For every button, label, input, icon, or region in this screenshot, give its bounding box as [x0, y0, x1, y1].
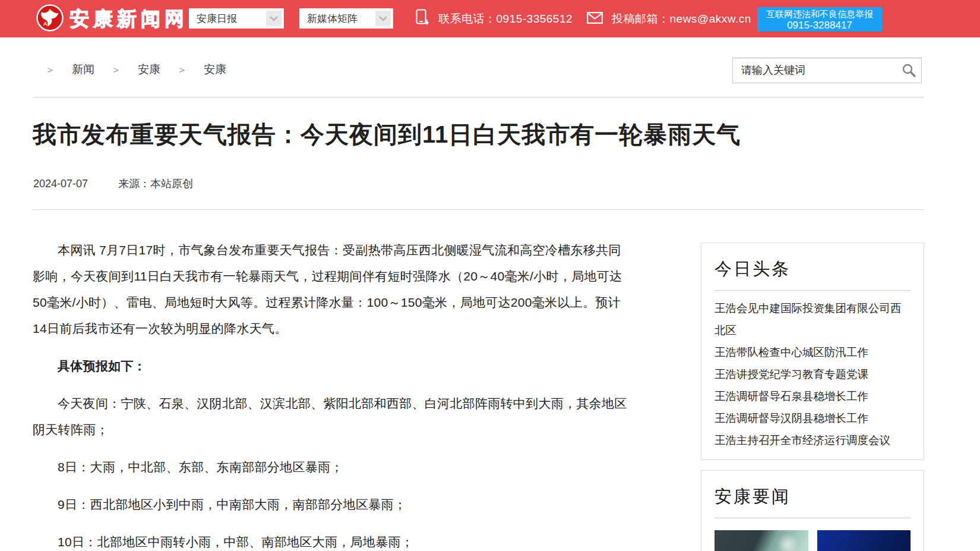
article-source: 来源：本站原创	[118, 178, 193, 190]
article-date: 2024-07-07	[33, 178, 88, 190]
paragraph-forecast-heading: 具体预报如下：	[33, 353, 631, 379]
divider	[33, 209, 924, 210]
report-line2: 0915-3288417	[787, 20, 852, 31]
paragraph-day10: 10日：北部地区中雨转小雨，中部、南部地区大雨，局地暴雨；	[33, 529, 631, 551]
email-label: 投稿邮箱：news@akxw.cn	[612, 11, 751, 27]
report-line1: 互联网违法和不良信息举报	[766, 8, 873, 20]
headline-link[interactable]: 王浩讲授党纪学习教育专题党课	[715, 369, 868, 380]
topbar: A 安康新闻网 安康日报 新媒体矩阵	[0, 0, 980, 37]
headline-link[interactable]: 王浩会见中建国际投资集团有限公司西北区	[715, 303, 902, 336]
list-item: 王浩讲授党纪学习教育专题党课	[715, 364, 911, 386]
select-new-media-matrix-value: 新媒体矩阵	[307, 12, 358, 26]
select-new-media-matrix[interactable]: 新媒体矩阵	[299, 8, 393, 29]
select-ankang-daily[interactable]: 安康日报	[189, 8, 284, 29]
ankang-news-title: 安康要闻	[715, 485, 911, 509]
article-title: 我市发布重要天气报告：今天夜间到11日白天我市有一轮暴雨天气	[33, 119, 876, 150]
report-button[interactable]: 互联网违法和不良信息举报 0915-3288417	[757, 7, 882, 32]
breadcrumb-separator: ＞	[111, 63, 121, 77]
headline-link[interactable]: 王浩调研督导石泉县稳增长工作	[715, 391, 868, 402]
headline-link[interactable]: 王浩主持召开全市经济运行调度会议	[715, 434, 890, 446]
list-item: 王浩带队检查中心城区防汛工作	[715, 342, 911, 364]
contact-phone: 联系电话：0915-3356512	[416, 0, 573, 37]
search-box	[732, 58, 922, 83]
breadcrumb-item-news[interactable]: 新闻	[72, 62, 94, 77]
list-item: 王浩主持召开全市经济运行调度会议	[715, 430, 911, 452]
divider	[715, 518, 911, 518]
paragraph-intro: 本网讯 7月7日17时，市气象台发布重要天气报告：受副热带高压西北侧暖湿气流和高…	[33, 237, 631, 342]
phone-icon	[416, 9, 429, 29]
today-headlines-title: 今日头条	[715, 257, 911, 281]
headline-link[interactable]: 王浩调研督导汉阴县稳增长工作	[715, 413, 868, 424]
mail-icon	[587, 12, 603, 26]
divider	[715, 290, 911, 291]
divider	[33, 97, 924, 97]
page: A 安康新闻网 安康日报 新媒体矩阵	[0, 0, 980, 551]
headline-link[interactable]: 王浩带队检查中心城区防汛工作	[715, 347, 868, 358]
ankang-news-thumbnails: 要闻	[715, 530, 911, 551]
bird-logo-icon: A	[36, 4, 64, 34]
breadcrumb-item-ankang-2[interactable]: 安康	[204, 62, 226, 77]
today-headlines-panel: 今日头条 王浩会见中建国际投资集团有限公司西北区 王浩带队检查中心城区防汛工作 …	[701, 243, 924, 460]
list-item: 王浩会见中建国际投资集团有限公司西北区	[715, 298, 911, 342]
phone-label: 联系电话：0915-3356512	[438, 11, 573, 27]
breadcrumb-separator: ＞	[45, 63, 55, 77]
logo-text: 安康新闻网	[69, 6, 188, 33]
site-logo[interactable]: A 安康新闻网	[36, 4, 188, 34]
breadcrumb-item-ankang[interactable]: 安康	[138, 62, 160, 77]
paragraph-tonight: 今天夜间：宁陕、石泉、汉阴北部、汉滨北部、紫阳北部和西部、白河北部阵雨转中到大雨…	[33, 391, 631, 443]
list-item: 王浩调研督导汉阴县稳增长工作	[715, 408, 911, 430]
article-body: 本网讯 7月7日17时，市气象台发布重要天气报告：受副热带高压西北侧暖湿气流和高…	[33, 237, 631, 551]
svg-text:A: A	[43, 21, 48, 27]
today-headlines-list: 王浩会见中建国际投资集团有限公司西北区 王浩带队检查中心城区防汛工作 王浩讲授党…	[715, 298, 911, 452]
chevron-down-icon	[266, 11, 282, 26]
paragraph-day9: 9日：西北部地区小到中雨，中南部大雨，南部部分地区暴雨；	[33, 492, 631, 518]
paragraph-day8: 8日：大雨，中北部、东部、东南部部分地区暴雨；	[33, 454, 631, 480]
ankang-news-panel: 安康要闻 要闻	[701, 470, 924, 551]
search-input[interactable]	[733, 58, 890, 83]
news-thumbnail-rain-photo[interactable]	[715, 530, 808, 551]
chevron-down-icon	[375, 11, 391, 26]
select-ankang-daily-value: 安康日报	[197, 12, 237, 26]
yaowen-badge: 要闻	[840, 548, 887, 551]
list-item: 王浩调研督导石泉县稳增长工作	[715, 386, 911, 408]
breadcrumb: ＞ 新闻 ＞ 安康 ＞ 安康	[45, 56, 226, 83]
news-thumbnail-yaowen[interactable]: 要闻	[817, 530, 911, 551]
article-meta: 2024-07-07 来源：本站原创	[33, 177, 193, 191]
magnifier-icon	[901, 71, 916, 80]
search-button[interactable]	[900, 62, 918, 79]
breadcrumb-separator: ＞	[177, 63, 187, 77]
contact-email: 投稿邮箱：news@akxw.cn	[587, 0, 751, 37]
